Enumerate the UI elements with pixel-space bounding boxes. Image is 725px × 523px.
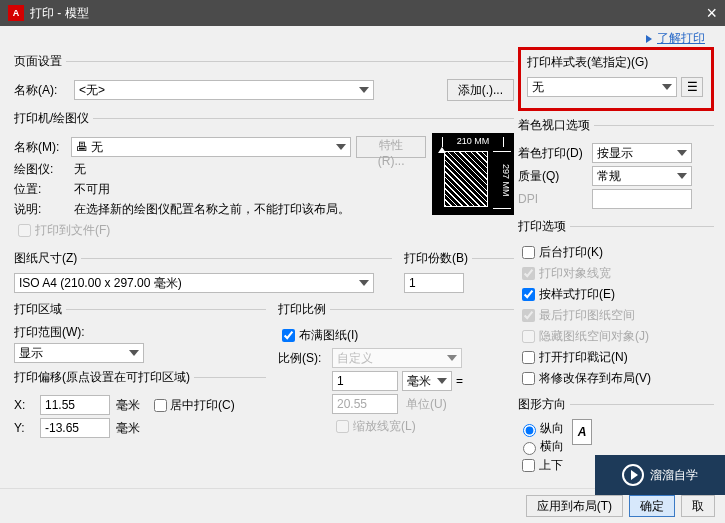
landscape-radio[interactable] [523,442,536,455]
page-name-label: 名称(A): [14,82,74,99]
upside-checkbox[interactable] [522,459,535,472]
window-title: 打印 - 模型 [30,5,706,22]
preview-page [444,151,488,207]
copies-input[interactable] [404,273,464,293]
copies-group: 打印份数(B) [404,250,514,293]
cancel-button[interactable]: 取 [681,495,715,517]
scale-unit-input[interactable] [332,371,398,391]
app-icon: A [8,5,24,21]
style-table-highlight: 打印样式表(笔指定)(G) 无 ☰ [518,47,714,111]
printer-group: 打印机/绘图仪 名称(M): 🖶 无 特性(R)... 绘图仪: 无 [14,110,514,242]
x-label: X: [14,398,34,412]
option-checkbox-3 [522,309,535,322]
option-row: 按样式打印(E) [518,285,714,304]
dpi-label: DPI [518,192,592,206]
apply-button[interactable]: 应用到布局(T) [526,495,623,517]
plot-scale-legend: 打印比例 [278,301,330,318]
plot-range-label: 打印范围(W): [14,324,266,341]
plot-range-select[interactable]: 显示 [14,343,144,363]
location-value: 不可用 [74,181,110,198]
paper-size-legend: 图纸尺寸(Z) [14,250,81,267]
learn-link-row: 了解打印 [0,26,725,47]
y-unit: 毫米 [116,420,140,437]
x-input[interactable] [40,395,110,415]
learn-print-link[interactable]: 了解打印 [657,31,705,45]
shade-label: 着色打印(D) [518,145,592,162]
option-label: 打印对象线宽 [539,265,611,282]
preview-height-label: 297 MM [493,151,511,209]
print-to-file-checkbox [18,224,31,237]
page-setup-group: 页面设置 名称(A): <无> 添加(.)... [14,53,514,104]
x-unit: 毫米 [116,397,140,414]
style-table-edit-button[interactable]: ☰ [681,77,703,97]
plotter-value: 无 [74,161,86,178]
option-label: 按样式打印(E) [539,286,615,303]
close-icon[interactable]: × [706,3,717,24]
option-row: 后台打印(K) [518,243,714,262]
plot-area-legend: 打印区域 [14,301,66,318]
scale-unit-select[interactable]: 毫米 [402,371,452,391]
preview-width-label: 210 MM [442,137,504,147]
brand-overlay: 溜溜自学 [595,455,725,495]
y-label: Y: [14,421,34,435]
style-table-legend: 打印样式表(笔指定)(G) [527,54,705,71]
fit-checkbox[interactable] [282,329,295,342]
option-label: 最后打印图纸空间 [539,307,635,324]
arrow-icon [646,35,652,43]
options-group: 打印选项 后台打印(K)打印对象线宽按样式打印(E)最后打印图纸空间隐藏图纸空间… [518,218,714,390]
option-checkbox-2[interactable] [522,288,535,301]
play-icon [622,464,644,486]
print-to-file-label: 打印到文件(F) [35,222,110,239]
shaded-legend: 着色视口选项 [518,117,594,134]
shade-select[interactable]: 按显示 [592,143,692,163]
options-legend: 打印选项 [518,218,570,235]
scale-label: 比例(S): [278,350,332,367]
paper-size-group: 图纸尺寸(Z) ISO A4 (210.00 x 297.00 毫米) [14,250,392,293]
upside-label: 上下 [539,457,563,474]
lineweights-checkbox [336,420,349,433]
printer-name-select[interactable]: 🖶 无 [71,137,351,157]
style-table-select[interactable]: 无 [527,77,677,97]
scale-select: 自定义 [332,348,462,368]
quality-label: 质量(Q) [518,168,592,185]
option-label: 隐藏图纸空间对象(J) [539,328,649,345]
add-button[interactable]: 添加(.)... [447,79,514,101]
printer-name-label: 名称(M): [14,139,71,156]
option-checkbox-4 [522,330,535,343]
drawing-unit-label: 单位(U) [406,396,447,413]
option-label: 后台打印(K) [539,244,603,261]
option-checkbox-5[interactable] [522,351,535,364]
orientation-icon: A [572,419,592,445]
option-checkbox-6[interactable] [522,372,535,385]
quality-select[interactable]: 常规 [592,166,692,186]
page-name-select[interactable]: <无> [74,80,374,100]
offset-group: 打印偏移(原点设置在可打印区域) X: 毫米 居中打印(C) Y: 毫米 [14,369,266,441]
option-row: 打印对象线宽 [518,264,714,283]
dpi-input [592,189,692,209]
y-input[interactable] [40,418,110,438]
paper-size-select[interactable]: ISO A4 (210.00 x 297.00 毫米) [14,273,374,293]
plotter-label: 绘图仪: [14,161,74,178]
option-row: 最后打印图纸空间 [518,306,714,325]
lineweights-label: 缩放线宽(L) [353,418,416,435]
center-checkbox[interactable] [154,399,167,412]
option-row: 打开打印戳记(N) [518,348,714,367]
option-row: 将修改保存到布局(V) [518,369,714,388]
paper-preview: 210 MM 297 MM [432,133,514,215]
page-setup-legend: 页面设置 [14,53,66,70]
option-label: 将修改保存到布局(V) [539,370,651,387]
properties-button: 特性(R)... [356,136,426,158]
printer-legend: 打印机/绘图仪 [14,110,93,127]
portrait-radio[interactable] [523,424,536,437]
orientation-legend: 图形方向 [518,396,570,413]
center-label: 居中打印(C) [170,397,235,414]
desc-value: 在选择新的绘图仪配置名称之前，不能打印该布局。 [74,201,350,218]
option-label: 打开打印戳记(N) [539,349,628,366]
title-bar: A 打印 - 模型 × [0,0,725,26]
option-checkbox-1 [522,267,535,280]
drawing-unit-input [332,394,398,414]
copies-legend: 打印份数(B) [404,250,472,267]
option-checkbox-0[interactable] [522,246,535,259]
ok-button[interactable]: 确定 [629,495,675,517]
option-row: 隐藏图纸空间对象(J) [518,327,714,346]
